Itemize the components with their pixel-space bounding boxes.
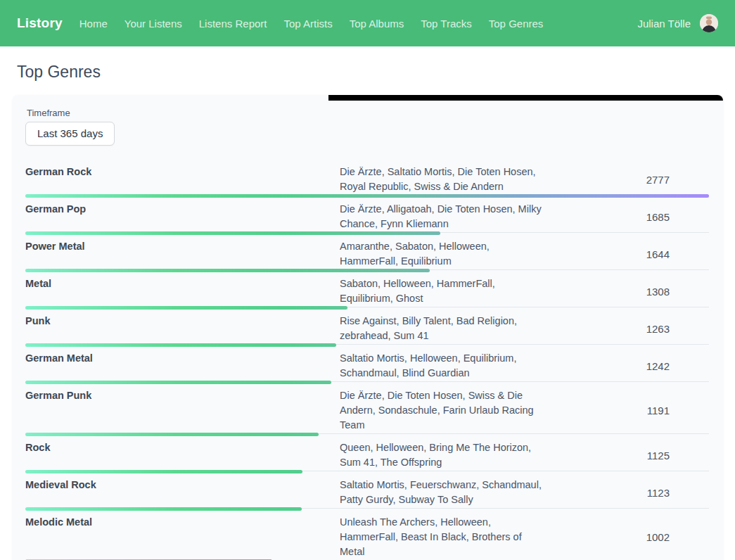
user-menu[interactable]: Julian Tölle (637, 14, 718, 32)
genre-name: German Punk (25, 388, 340, 403)
top-navbar: Listory Home Your Listens Listens Report… (0, 0, 735, 46)
genre-bar (25, 507, 302, 511)
timeframe-label: Timeframe (27, 108, 709, 118)
genre-bar (25, 231, 440, 235)
genre-count: 1644 (549, 248, 709, 260)
genre-bar-track (25, 269, 709, 272)
user-avatar-icon[interactable] (700, 14, 718, 32)
genre-bar (25, 470, 302, 473)
genre-bar-track (25, 231, 709, 235)
genre-row: Punk Rise Against, Billy Talent, Bad Rel… (25, 310, 709, 347)
genre-bar (25, 194, 709, 198)
genre-row: Medieval Rock Saltatio Mortis, Feuerschw… (25, 473, 709, 511)
genre-row: Metal Sabaton, Helloween, HammerFall, Eq… (25, 272, 709, 310)
top-genres-card: Timeframe Last 365 days German Rock Die … (13, 95, 723, 560)
genre-count: 1242 (549, 360, 709, 372)
genre-bar-track (25, 194, 709, 198)
dark-strip (328, 95, 723, 101)
main-nav: Home Your Listens Listens Report Top Art… (79, 18, 544, 30)
nav-item-top-tracks[interactable]: Top Tracks (421, 18, 472, 30)
genre-row: German Pop Die Ärzte, Alligatoah, Die To… (25, 198, 709, 235)
genre-artists: Saltatio Mortis, Helloween, Equilibrium,… (340, 351, 549, 381)
genre-bar (25, 433, 319, 436)
genre-name: Melodic Metal (25, 515, 340, 530)
genre-name: German Rock (25, 165, 340, 179)
genre-count: 1308 (549, 286, 709, 298)
genre-bar-track (25, 306, 709, 310)
genre-bar-track (25, 470, 709, 473)
genre-bar-track (25, 343, 709, 347)
genre-artists: Queen, Helloween, Bring Me The Horizon, … (340, 440, 549, 470)
nav-item-home[interactable]: Home (79, 18, 108, 30)
genre-name: Punk (25, 314, 340, 329)
page-title: Top Genres (17, 63, 735, 82)
timeframe-select[interactable]: Last 365 days (25, 122, 115, 146)
genre-name: Medieval Rock (25, 478, 340, 492)
genre-row: German Rock Die Ärzte, Saltatio Mortis, … (25, 160, 709, 198)
genre-artists: Die Ärzte, Saltatio Mortis, Die Toten Ho… (340, 165, 549, 194)
user-name: Julian Tölle (637, 18, 691, 30)
genre-bar (25, 306, 347, 310)
genre-name: Rock (25, 440, 340, 455)
genre-row: German Metal Saltatio Mortis, Helloween,… (25, 347, 709, 384)
nav-item-listens-report[interactable]: Listens Report (199, 18, 267, 30)
genre-bar-track (25, 381, 709, 384)
genre-name: Power Metal (25, 239, 340, 254)
genre-count: 1123 (549, 487, 709, 499)
genre-row: Melodic Metal Unleash The Archers, Hello… (25, 511, 709, 560)
genre-bar (25, 269, 430, 272)
genre-row: Rock Queen, Helloween, Bring Me The Hori… (25, 436, 709, 473)
genre-count: 1263 (549, 323, 709, 335)
nav-item-top-artists[interactable]: Top Artists (284, 18, 333, 30)
app-logo[interactable]: Listory (17, 15, 63, 31)
genre-name: German Metal (25, 351, 340, 366)
nav-item-top-albums[interactable]: Top Albums (350, 18, 404, 30)
genre-artists: Die Ärzte, Alligatoah, Die Toten Hosen, … (340, 202, 549, 231)
genre-artists: Unleash The Archers, Helloween, HammerFa… (340, 515, 549, 559)
genre-table: German Rock Die Ärzte, Saltatio Mortis, … (25, 160, 709, 560)
nav-item-your-listens[interactable]: Your Listens (124, 18, 182, 30)
genre-count: 1002 (549, 531, 709, 543)
genre-artists: Die Ärzte, Die Toten Hosen, Swiss & Die … (340, 388, 549, 433)
genre-count: 2777 (549, 174, 709, 186)
genre-row: German Punk Die Ärzte, Die Toten Hosen, … (25, 384, 709, 436)
nav-item-top-genres[interactable]: Top Genres (489, 18, 544, 30)
genre-name: German Pop (25, 202, 340, 217)
genre-count: 1125 (549, 450, 709, 462)
genre-artists: Sabaton, Helloween, HammerFall, Equilibr… (340, 276, 549, 306)
genre-row: Power Metal Amaranthe, Sabaton, Hellowee… (25, 235, 709, 272)
genre-artists: Saltatio Mortis, Feuerschwanz, Schandmau… (340, 478, 549, 507)
genre-artists: Amaranthe, Sabaton, Helloween, HammerFal… (340, 239, 549, 269)
genre-bar-track (25, 507, 709, 511)
genre-count: 1191 (549, 405, 709, 416)
genre-artists: Rise Against, Billy Talent, Bad Religion… (340, 314, 549, 343)
genre-name: Metal (25, 276, 340, 291)
genre-bar (25, 381, 331, 384)
genre-count: 1685 (549, 211, 709, 223)
timeframe-filter: Timeframe Last 365 days (25, 108, 709, 146)
genre-bar-track (25, 433, 709, 436)
genre-bar (25, 343, 336, 347)
